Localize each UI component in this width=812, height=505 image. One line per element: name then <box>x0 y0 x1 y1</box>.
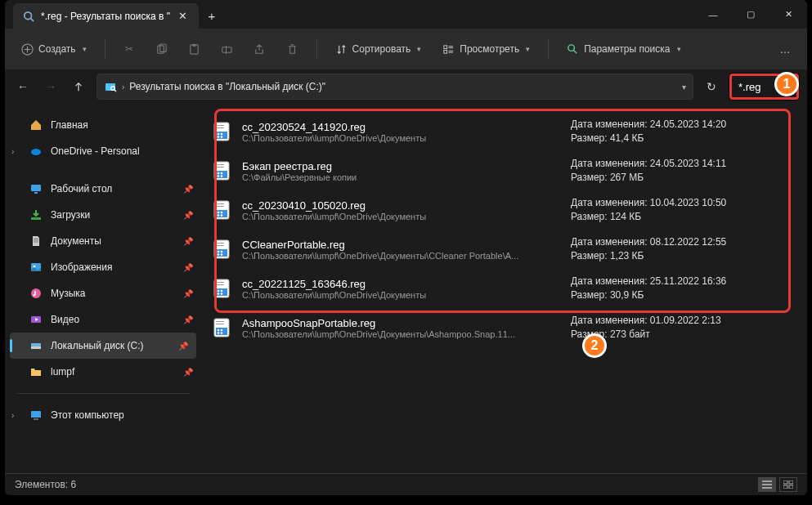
file-meta: Дата изменения: 08.12.2022 12:55 Размер:… <box>571 235 726 263</box>
sidebar-item-documents[interactable]: Документы 📌 <box>5 228 201 254</box>
sidebar-label: Локальный диск (C:) <box>51 340 144 351</box>
sidebar-item-music[interactable]: Музыка 📌 <box>5 280 201 306</box>
trash-icon <box>286 43 298 56</box>
forward-button[interactable]: → <box>41 77 61 96</box>
sidebar-item-local-disk[interactable]: Локальный диск (C:) 📌 <box>10 333 196 359</box>
rename-icon <box>221 43 233 56</box>
close-window-button[interactable]: ✕ <box>769 0 807 29</box>
address-bar[interactable]: › Результаты поиска в "Локальный диск (C… <box>96 74 693 100</box>
sidebar-item-videos[interactable]: Видео 📌 <box>5 306 201 333</box>
sidebar-item-downloads[interactable]: Загрузки 📌 <box>5 202 201 228</box>
details-view-button[interactable] <box>758 477 776 492</box>
svg-point-66 <box>221 251 223 253</box>
view-label: Просмотреть <box>460 43 519 55</box>
file-path: C:\Пользователи\lumpf\OneDrive\Документы <box>242 212 563 221</box>
search-result-row[interactable]: cc_20221125_163646.reg C:\Пользователи\l… <box>201 269 807 308</box>
item-count: Элементов: 6 <box>15 479 76 490</box>
pin-icon: 📌 <box>183 289 193 298</box>
svg-rect-79 <box>216 284 224 285</box>
copy-button[interactable] <box>148 35 176 63</box>
search-result-row[interactable]: CCleanerPortable.reg C:\Пользователи\lum… <box>201 230 807 269</box>
sidebar-label: Главная <box>51 119 88 131</box>
view-button[interactable]: Просмотреть ▾ <box>434 35 538 63</box>
svg-rect-60 <box>216 203 224 204</box>
reg-file-icon <box>211 159 234 182</box>
cut-button[interactable]: ✂ <box>115 35 143 63</box>
sidebar: Главная › OneDrive - Personal Рабочий ст… <box>5 104 201 468</box>
share-button[interactable] <box>246 35 274 63</box>
svg-rect-87 <box>216 321 224 322</box>
sidebar-item-pictures[interactable]: Изображения 📌 <box>5 254 201 280</box>
sort-label: Сортировать <box>352 43 411 55</box>
svg-rect-70 <box>216 245 224 246</box>
sort-button[interactable]: Сортировать ▾ <box>327 35 430 63</box>
close-tab-icon[interactable]: ✕ <box>177 10 189 22</box>
paste-icon <box>188 43 200 56</box>
sidebar-item-home[interactable]: Главная <box>5 112 201 138</box>
chevron-down-icon[interactable]: ▾ <box>682 83 686 92</box>
svg-rect-92 <box>783 480 787 484</box>
search-location-icon <box>104 80 117 93</box>
search-result-row[interactable]: Бэкап реестра.reg C:\Файлы\Резервные коп… <box>201 151 807 190</box>
chevron-right-icon[interactable]: › <box>11 411 14 420</box>
chevron-down-icon: ▾ <box>417 45 421 53</box>
address-bar-row: ← → › Результаты поиска в "Локальный дис… <box>5 69 807 104</box>
svg-point-75 <box>221 290 223 293</box>
sidebar-label: Рабочий стол <box>51 183 112 194</box>
svg-rect-51 <box>216 164 224 165</box>
delete-button[interactable] <box>279 35 307 63</box>
minimize-button[interactable]: — <box>694 0 732 29</box>
pin-icon: 📌 <box>183 263 193 272</box>
svg-rect-23 <box>31 185 41 191</box>
sidebar-item-onedrive[interactable]: › OneDrive - Personal <box>5 138 201 164</box>
file-path: C:\Пользователи\lumpf\OneDrive\Документы <box>242 133 563 143</box>
copy-icon <box>155 43 168 56</box>
svg-point-77 <box>221 293 223 295</box>
svg-point-50 <box>221 175 223 177</box>
downloads-icon <box>29 208 43 221</box>
svg-point-86 <box>221 332 223 334</box>
pin-icon: 📌 <box>183 237 193 246</box>
up-button[interactable] <box>69 77 88 96</box>
svg-point-49 <box>218 175 220 177</box>
tab-search-results[interactable]: *.reg - Результаты поиска в " ✕ <box>13 3 199 29</box>
sidebar-item-this-pc[interactable]: › Этот компьютер <box>5 402 201 428</box>
file-meta: Дата изменения: 24.05.2023 14:11 Размер:… <box>571 157 726 185</box>
svg-rect-9 <box>222 47 231 52</box>
new-tab-button[interactable]: + <box>199 3 225 29</box>
svg-line-21 <box>114 90 116 92</box>
back-button[interactable]: ← <box>13 77 33 96</box>
svg-point-48 <box>221 172 223 175</box>
videos-icon <box>29 313 43 326</box>
svg-rect-93 <box>789 480 793 484</box>
search-result-row[interactable]: cc_20230524_141920.reg C:\Пользователи\l… <box>201 112 807 151</box>
more-button[interactable]: … <box>771 35 799 63</box>
svg-point-39 <box>221 133 223 136</box>
refresh-button[interactable]: ↻ <box>702 77 721 96</box>
separator <box>316 39 317 59</box>
documents-icon <box>29 235 43 248</box>
file-info: cc_20221125_163646.reg C:\Пользователи\l… <box>242 278 563 300</box>
svg-rect-33 <box>31 411 41 418</box>
search-input[interactable] <box>738 81 773 93</box>
cut-icon: ✂ <box>125 43 133 55</box>
chevron-down-icon: ▾ <box>677 45 681 53</box>
tiles-view-button[interactable] <box>779 477 797 492</box>
create-new-button[interactable]: Создать ▾ <box>13 35 95 63</box>
annotation-badge-2: 2 <box>582 333 607 358</box>
file-info: cc_20230524_141920.reg C:\Пользователи\l… <box>242 121 563 143</box>
search-options-button[interactable]: Параметры поиска ▾ <box>559 35 689 63</box>
pin-icon: 📌 <box>183 315 193 324</box>
search-result-row[interactable]: cc_20230410_105020.reg C:\Пользователи\l… <box>201 190 807 230</box>
titlebar: *.reg - Результаты поиска в " ✕ + — ▢ ✕ <box>5 0 807 29</box>
paste-button[interactable] <box>181 35 209 63</box>
sidebar-item-desktop[interactable]: Рабочий стол 📌 <box>5 176 201 202</box>
chevron-right-icon[interactable]: › <box>11 147 14 156</box>
search-result-row[interactable]: AshampooSnapPortable.reg C:\Пользователи… <box>201 308 807 347</box>
pictures-icon <box>29 261 43 274</box>
folder-icon <box>29 365 43 378</box>
results-pane: cc_20230524_141920.reg C:\Пользователи\l… <box>201 104 807 468</box>
maximize-button[interactable]: ▢ <box>732 0 769 29</box>
sidebar-item-lumpf[interactable]: lumpf 📌 <box>5 359 201 385</box>
rename-button[interactable] <box>213 35 241 63</box>
